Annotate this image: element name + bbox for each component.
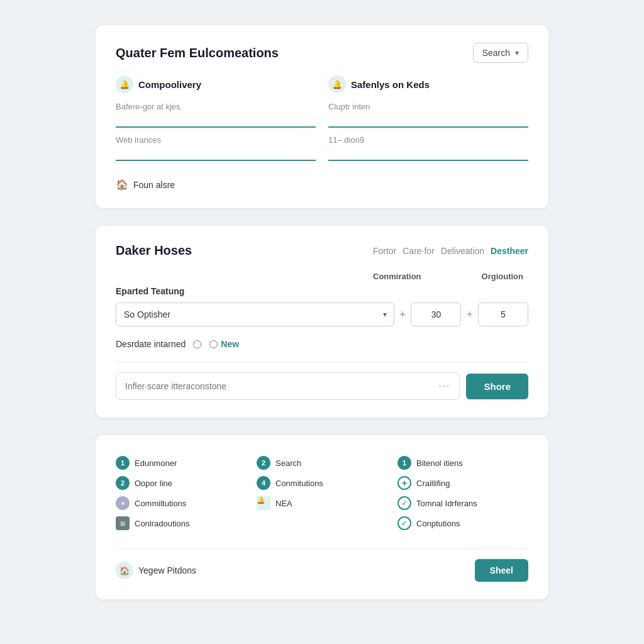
num-input-2[interactable] bbox=[478, 303, 528, 326]
card2-radio-row: Desrdate intarned New bbox=[116, 339, 528, 349]
radio-label: Desrdate intarned bbox=[116, 339, 186, 349]
list-item: 1 Bitenol itiens bbox=[397, 453, 528, 473]
left-field1-label: Bafere-gor at kjes bbox=[116, 102, 316, 111]
card3-footer: 🏠 Yegew Pitdons Sheel bbox=[116, 548, 528, 582]
card2-link-3[interactable]: Deliveation bbox=[441, 246, 484, 256]
bell-icon-2: 🔔 bbox=[328, 75, 346, 93]
shore-button[interactable]: Shore bbox=[466, 374, 528, 399]
card2-link-2[interactable]: Care·for bbox=[402, 246, 435, 256]
divider bbox=[116, 362, 528, 362]
plus-icon: + bbox=[397, 476, 411, 490]
home-icon: 🏠 bbox=[116, 179, 128, 191]
bell-icon: 🔔 bbox=[116, 75, 133, 93]
right-field1-value bbox=[328, 114, 528, 128]
list-item: ▾ Commiltutions bbox=[116, 493, 247, 513]
search-button[interactable]: Search ▾ bbox=[473, 43, 528, 63]
card3-col1: 1 Edunmoner 2 Oopor line ▾ Commiltutions… bbox=[116, 453, 247, 533]
left-section-title: 🔔 Compoolivery bbox=[116, 75, 316, 93]
home-icon-2: 🏠 bbox=[116, 562, 133, 579]
card1-title: Quater Fem Eulcomeations bbox=[116, 46, 279, 60]
card2-bottom: ··· Shore bbox=[116, 372, 528, 400]
right-field2-label: 11– dion9 bbox=[328, 135, 528, 145]
radio-option-new[interactable]: New bbox=[209, 339, 239, 349]
card2-title: Daker Hoses bbox=[116, 243, 192, 258]
select-wrapper: So Optisher ▾ bbox=[116, 303, 394, 326]
radio-option-1[interactable] bbox=[193, 340, 204, 348]
card-2: Daker Hoses Fortor Care·for Deliveation … bbox=[96, 226, 548, 418]
list-item: 🔔 NEA bbox=[257, 493, 387, 513]
card2-inputs-row: So Optisher ▾ + + bbox=[116, 303, 528, 326]
card1-bottom: 🏠 Foun alsre bbox=[116, 179, 528, 191]
badge-num-1: 1 bbox=[116, 456, 130, 470]
search-label: Search bbox=[482, 48, 510, 58]
bottom-label: Foun alsre bbox=[133, 180, 175, 190]
footer-label: Yegew Pitdons bbox=[138, 565, 196, 575]
list-item: ⊞ Conlradoutions bbox=[116, 513, 247, 533]
badge-num-2b: 2 bbox=[257, 456, 270, 470]
card3-grid: 1 Edunmoner 2 Oopor line ▾ Commiltutions… bbox=[116, 453, 528, 533]
check-icon-1: ✓ bbox=[397, 496, 411, 510]
right-field1-label: Cluptr inten bbox=[328, 102, 528, 111]
list-item: + Craillifing bbox=[397, 473, 528, 493]
list-item: 1 Edunmoner bbox=[116, 453, 247, 473]
option-select[interactable]: So Optisher bbox=[116, 303, 394, 326]
list-item: ✓ Tomnal Idrferans bbox=[397, 493, 528, 513]
card1-columns: 🔔 Compoolivery Bafere-gor at kjes Web ir… bbox=[116, 75, 528, 169]
chevron-down-icon: ▾ bbox=[515, 48, 519, 57]
card3-col2: 2 Search 4 Conmitutions 🔔 NEA bbox=[257, 453, 387, 533]
grid-icon: ⊞ bbox=[116, 516, 130, 530]
card2-link-1[interactable]: Fortor bbox=[373, 246, 396, 256]
col-header-confirmation: Conmiration bbox=[373, 272, 421, 281]
arrow-down-icon: ▾ bbox=[116, 496, 130, 510]
card1-header: Quater Fem Eulcomeations Search ▾ bbox=[116, 43, 528, 63]
left-field1-value bbox=[116, 114, 316, 128]
card-1: Quater Fem Eulcomeations Search ▾ 🔔 Comp… bbox=[96, 25, 548, 208]
badge-num-4: 4 bbox=[257, 476, 270, 490]
dots-icon: ··· bbox=[438, 380, 450, 392]
check-icon-2: ✓ bbox=[397, 516, 411, 530]
col-header-orgioution: Orgioution bbox=[482, 272, 523, 281]
text-input-area: ··· bbox=[116, 372, 460, 400]
badge-num-1b: 1 bbox=[397, 456, 411, 470]
list-item: ✓ Conptutions bbox=[397, 513, 528, 533]
footer-left: 🏠 Yegew Pitdons bbox=[116, 562, 196, 579]
plus-sign-2: + bbox=[466, 308, 473, 321]
num-input-1[interactable] bbox=[411, 303, 461, 326]
sheel-button[interactable]: Sheel bbox=[475, 559, 528, 582]
card1-right-col: 🔔 Safenlys on Keds Cluptr inten 11– dion… bbox=[328, 75, 528, 169]
card2-links: Fortor Care·for Deliveation Destheer bbox=[373, 246, 528, 256]
list-item: 4 Conmitutions bbox=[257, 473, 387, 493]
list-item: 2 Search bbox=[257, 453, 387, 473]
card2-header: Daker Hoses Fortor Care·for Deliveation … bbox=[116, 243, 528, 258]
card3-col3: 1 Bitenol itiens + Craillifing ✓ Tomnal … bbox=[397, 453, 528, 533]
right-section-title: 🔔 Safenlys on Keds bbox=[328, 75, 528, 93]
bell-icon-3: 🔔 bbox=[257, 496, 270, 510]
left-field2-label: Web irances bbox=[116, 135, 316, 145]
card2-col-headers: Conmiration Orgioution bbox=[116, 272, 528, 281]
card2-row-label: Eparted Teatung bbox=[116, 286, 528, 296]
card-3: 1 Edunmoner 2 Oopor line ▾ Commiltutions… bbox=[96, 435, 548, 599]
list-item: 2 Oopor line bbox=[116, 473, 247, 493]
badge-num-2: 2 bbox=[116, 476, 130, 490]
text-input[interactable] bbox=[125, 381, 433, 391]
left-field2-value bbox=[116, 147, 316, 161]
radio-group: New bbox=[193, 339, 239, 349]
plus-sign-1: + bbox=[399, 308, 406, 321]
card1-left-col: 🔔 Compoolivery Bafere-gor at kjes Web ir… bbox=[116, 75, 316, 169]
right-field2-value bbox=[328, 147, 528, 161]
card2-link-4[interactable]: Destheer bbox=[491, 246, 528, 256]
